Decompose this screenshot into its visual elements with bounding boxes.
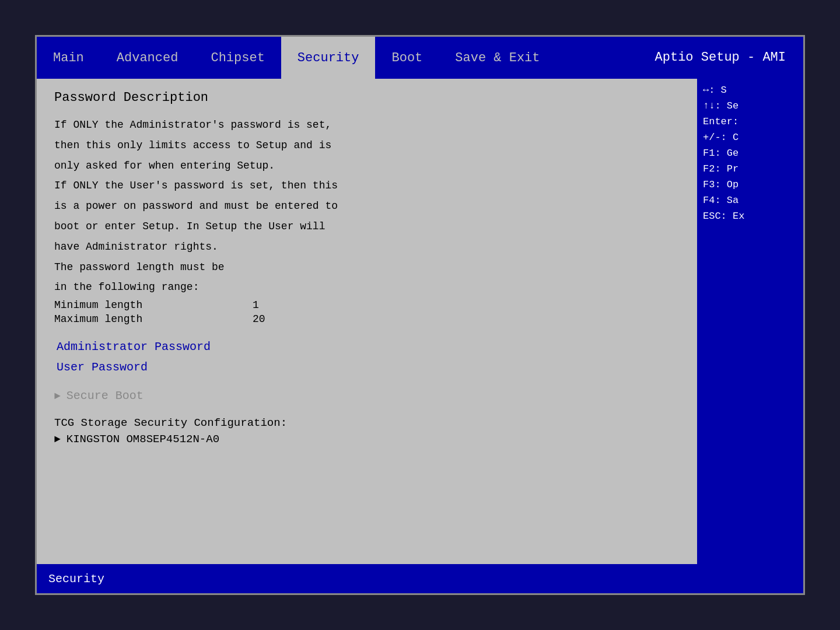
secure-boot-submenu[interactable]: ► Secure Boot bbox=[54, 389, 680, 402]
desc-line-7: have Administrator rights. bbox=[54, 239, 680, 256]
help-key-3: Enter: bbox=[703, 116, 799, 127]
section-title: Password Description bbox=[54, 90, 680, 105]
help-key-8: F4: Sa bbox=[703, 195, 799, 206]
tcg-label: TCG Storage Security Configuration: bbox=[54, 416, 680, 429]
max-length-row: Maximum length 20 bbox=[54, 313, 680, 325]
help-key-2: ↑↓: Se bbox=[703, 100, 799, 111]
min-length-value: 1 bbox=[253, 299, 259, 311]
help-key-9: ESC: Ex bbox=[703, 211, 799, 222]
desc-line-4: If ONLY the User's password is set, then… bbox=[54, 177, 680, 194]
admin-password-field[interactable]: Administrator Password bbox=[54, 339, 680, 355]
bottom-label: Security bbox=[48, 572, 104, 586]
help-key-1: ↔: S bbox=[703, 85, 799, 96]
menu-item-chipset[interactable]: Chipset bbox=[194, 37, 281, 79]
help-key-4: +/-: C bbox=[703, 132, 799, 143]
menu-item-main[interactable]: Main bbox=[37, 37, 100, 79]
min-length-label: Minimum length bbox=[54, 299, 253, 311]
menu-item-save-exit[interactable]: Save & Exit bbox=[439, 37, 556, 79]
desc-line-3: only asked for when entering Setup. bbox=[54, 158, 680, 174]
main-panel: Password Description If ONLY the Adminis… bbox=[37, 79, 698, 564]
help-key-6: F2: Pr bbox=[703, 163, 799, 174]
tcg-item[interactable]: ► KINGSTON OM8SEP4512N-A0 bbox=[54, 433, 680, 446]
desc-line-1: If ONLY the Administrator's password is … bbox=[54, 117, 680, 134]
max-length-label: Maximum length bbox=[54, 313, 253, 325]
password-fields: Administrator Password User Password bbox=[54, 339, 680, 375]
bios-title: Aptio Setup - AMI bbox=[638, 37, 803, 79]
min-length-row: Minimum length 1 bbox=[54, 299, 680, 311]
help-key-5: F1: Ge bbox=[703, 148, 799, 159]
desc-line-9: in the following range: bbox=[54, 279, 680, 296]
max-length-value: 20 bbox=[253, 313, 265, 325]
description-block: If ONLY the Administrator's password is … bbox=[54, 117, 680, 296]
desc-line-8: The password length must be bbox=[54, 259, 680, 276]
bios-screen: Main Advanced Chipset Security Boot Save… bbox=[35, 35, 805, 595]
menu-item-security[interactable]: Security bbox=[281, 37, 376, 79]
menu-bar: Main Advanced Chipset Security Boot Save… bbox=[37, 37, 803, 79]
desc-line-5: is a power on password and must be enter… bbox=[54, 198, 680, 215]
tcg-device-label: KINGSTON OM8SEP4512N-A0 bbox=[66, 433, 219, 446]
tcg-arrow: ► bbox=[54, 433, 61, 445]
user-password-field[interactable]: User Password bbox=[54, 359, 680, 375]
desc-line-2: then this only limits access to Setup an… bbox=[54, 137, 680, 154]
help-key-7: F3: Op bbox=[703, 179, 799, 190]
menu-item-boot[interactable]: Boot bbox=[375, 37, 439, 79]
right-panel: ↔: S ↑↓: Se Enter: +/-: C F1: Ge F2: Pr … bbox=[698, 79, 803, 564]
bottom-bar: Security bbox=[37, 564, 803, 593]
content-area: Password Description If ONLY the Adminis… bbox=[37, 79, 803, 564]
secure-boot-label: Secure Boot bbox=[66, 389, 144, 402]
submenu-arrow: ► bbox=[54, 390, 61, 402]
tcg-section: TCG Storage Security Configuration: ► KI… bbox=[54, 416, 680, 446]
desc-line-6: boot or enter Setup. In Setup the User w… bbox=[54, 218, 680, 235]
menu-item-advanced[interactable]: Advanced bbox=[100, 37, 195, 79]
